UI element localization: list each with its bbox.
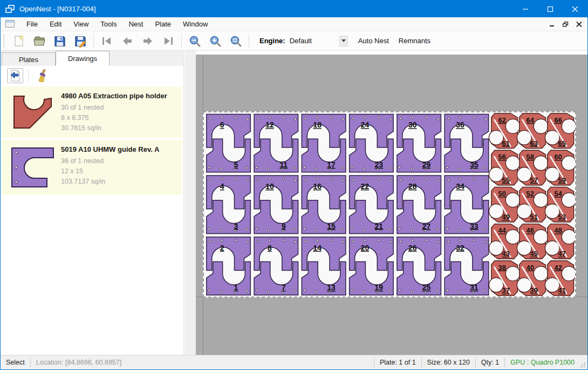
- window-title: OpenNest - [N0317-004]: [19, 5, 96, 13]
- drawing-thumbnail-red: [5, 91, 61, 133]
- nest-pair-red[interactable]: 6463: [517, 113, 548, 149]
- nest-pair-red[interactable]: 5453: [545, 187, 575, 222]
- resize-grip[interactable]: [580, 355, 587, 369]
- status-plate: Plate: 1 of 1: [374, 359, 421, 366]
- nest-pair-purple[interactable]: 1211: [254, 114, 298, 172]
- drawings-panel: Plates Drawings: [1, 51, 184, 355]
- zoom-out-icon[interactable]: [184, 32, 205, 50]
- menu-bar: File Edit View Tools Nest Plate Window: [1, 17, 587, 31]
- part-number: 36: [456, 120, 464, 129]
- nest-pair-red[interactable]: 4241: [545, 261, 575, 296]
- go-last-icon[interactable]: [158, 32, 179, 50]
- drawing-item-2[interactable]: 5019 A10 UHMW guide Rev. A 36 of 1 neste…: [2, 140, 182, 195]
- tab-plates[interactable]: Plates: [2, 52, 56, 66]
- nest-pair-red[interactable]: 3837: [489, 261, 520, 296]
- engine-dropdown-arrow-icon[interactable]: [339, 36, 348, 46]
- part-number: 30: [408, 120, 417, 129]
- nest-pair-purple[interactable]: 87: [254, 237, 298, 295]
- drawing-title: 5019 A10 UHMW guide Rev. A: [61, 145, 179, 153]
- nest-pair-purple[interactable]: 3635: [445, 114, 489, 172]
- document-window-icon[interactable]: [5, 19, 15, 29]
- mdi-close-button[interactable]: [576, 22, 582, 27]
- remnants-button[interactable]: Remnants: [394, 33, 435, 49]
- go-previous-icon[interactable]: [117, 32, 138, 50]
- nest-pair-purple[interactable]: 1615: [302, 176, 346, 233]
- part-number: 3: [234, 222, 238, 231]
- nest-pair-purple[interactable]: 109: [254, 176, 298, 233]
- nest-pair-purple[interactable]: 1413: [302, 237, 346, 295]
- go-next-icon[interactable]: [138, 32, 158, 50]
- nest-pair-red[interactable]: 5251: [517, 187, 548, 222]
- nest-pair-red[interactable]: 6059: [545, 150, 575, 185]
- part-number: 52: [527, 190, 534, 198]
- drawing-item-1[interactable]: 4980 A05 Extraction pipe holder 30 of 1 …: [2, 86, 182, 138]
- nest-pair-purple[interactable]: 2625: [397, 237, 441, 295]
- auto-nest-button[interactable]: Auto Nest: [353, 33, 394, 49]
- zoom-in-icon[interactable]: [205, 32, 225, 50]
- nest-pair-red[interactable]: 5857: [517, 150, 548, 185]
- nest-pair-red[interactable]: 4645: [517, 224, 548, 259]
- panel-tabstrip: Plates Drawings: [1, 51, 183, 66]
- nest-pair-red[interactable]: 6261: [489, 113, 520, 149]
- status-bar: Select Location: [84.8696, 60.6957] Plat…: [1, 355, 587, 369]
- open-file-icon[interactable]: [29, 32, 50, 50]
- engine-combo: Engine: Default: [259, 35, 348, 47]
- part-number: 38: [498, 264, 506, 272]
- save-as-icon[interactable]: [70, 32, 91, 50]
- nest-pair-red[interactable]: 5049: [489, 187, 520, 222]
- nest-pair-purple[interactable]: 2827: [397, 176, 441, 233]
- menu-plate[interactable]: Plate: [149, 17, 177, 31]
- save-icon[interactable]: [50, 32, 70, 50]
- part-number: 66: [555, 116, 562, 124]
- part-number: 59: [558, 176, 566, 184]
- go-first-icon[interactable]: [97, 32, 117, 50]
- nest-pair-purple[interactable]: 3231: [445, 237, 489, 295]
- clean-brush-icon[interactable]: [33, 68, 50, 83]
- menu-window[interactable]: Window: [177, 17, 214, 31]
- nest-pair-purple[interactable]: 2423: [350, 114, 394, 172]
- part-number: 6: [220, 120, 224, 129]
- menu-edit[interactable]: Edit: [44, 17, 67, 31]
- nest-pair-purple[interactable]: 3433: [445, 176, 489, 233]
- nest-pair-purple[interactable]: 65: [207, 114, 251, 172]
- part-number: 56: [498, 153, 506, 161]
- mdi-minimize-button[interactable]: [549, 22, 555, 27]
- nest-canvas[interactable]: 6512111817242330293635431091615222128273…: [196, 55, 587, 355]
- menu-view[interactable]: View: [67, 17, 94, 31]
- maximize-button[interactable]: [538, 1, 563, 17]
- part-number: 61: [502, 139, 510, 147]
- nest-pair-purple[interactable]: 1817: [302, 114, 346, 172]
- mdi-restore-button[interactable]: [563, 22, 569, 27]
- nest-pair-purple[interactable]: 43: [207, 176, 251, 233]
- nest-pair-purple[interactable]: 2221: [350, 176, 394, 233]
- close-button[interactable]: [563, 1, 587, 17]
- nest-pair-red[interactable]: 4847: [545, 224, 575, 259]
- engine-select[interactable]: Default: [290, 35, 339, 47]
- part-number: 65: [558, 139, 566, 147]
- zoom-fit-icon[interactable]: [225, 32, 246, 50]
- nest-pair-purple[interactable]: 21: [207, 237, 251, 295]
- part-number: 2: [220, 244, 224, 252]
- nest-pair-red[interactable]: 5655: [489, 150, 520, 185]
- toolbar-grip[interactable]: [3, 34, 5, 48]
- part-number: 39: [530, 286, 538, 294]
- tab-drawings[interactable]: Drawings: [56, 51, 110, 66]
- new-file-icon[interactable]: [9, 32, 29, 50]
- menu-tools[interactable]: Tools: [94, 17, 122, 31]
- part-number: 43: [502, 250, 510, 258]
- nest-pair-red[interactable]: 6665: [545, 113, 575, 149]
- nest-pair-purple[interactable]: 2019: [350, 237, 394, 295]
- nest-pair-red[interactable]: 4039: [517, 261, 548, 296]
- nest-pair-purple[interactable]: 3029: [397, 114, 441, 172]
- nest-pair-red[interactable]: 4443: [489, 224, 520, 259]
- panel-splitter[interactable]: [184, 51, 196, 355]
- part-number: 27: [422, 222, 431, 231]
- menu-file[interactable]: File: [20, 17, 44, 31]
- menu-nest[interactable]: Nest: [123, 17, 149, 31]
- import-drawing-button[interactable]: [7, 68, 23, 83]
- part-number: 32: [456, 244, 464, 252]
- plate-sheet[interactable]: 6512111817242330293635431091615222128273…: [203, 111, 576, 298]
- part-number: 35: [470, 160, 478, 169]
- minimize-button[interactable]: [513, 1, 538, 17]
- drawing-list: 4980 A05 Extraction pipe holder 30 of 1 …: [1, 85, 183, 355]
